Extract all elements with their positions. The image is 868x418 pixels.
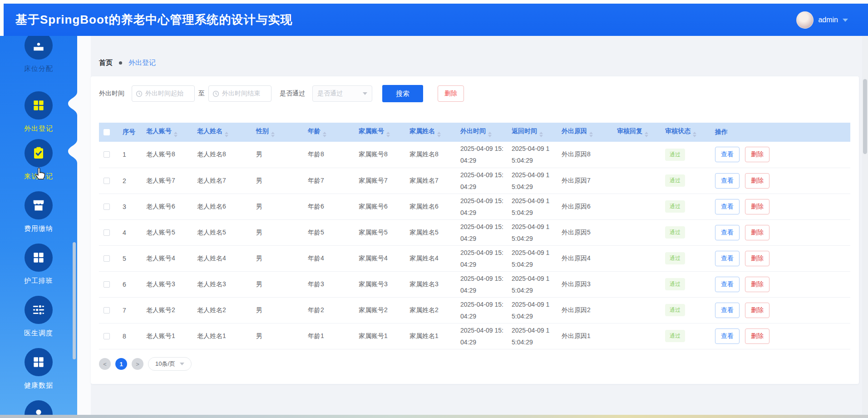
column-header-out-time[interactable]: 外出时间	[456, 123, 507, 142]
sort-icon[interactable]	[589, 132, 593, 137]
cell-family-name: 家属姓名6	[405, 194, 456, 219]
cell-family-account: 家属账号8	[354, 142, 405, 168]
cell-elder-account: 老人账号8	[142, 142, 192, 168]
cell-age: 年龄4	[303, 245, 354, 271]
cell-reply	[612, 142, 661, 168]
view-button[interactable]: 查看	[715, 147, 740, 162]
sidebar-item-health-data[interactable]: 健康数据	[0, 348, 77, 390]
delete-button[interactable]: 删除	[745, 303, 769, 318]
breadcrumb-home[interactable]: 首页	[99, 59, 113, 67]
page-size-select[interactable]: 10条/页	[148, 357, 192, 371]
avatar[interactable]	[796, 11, 814, 29]
to-label: 至	[198, 90, 205, 98]
cell-out-time: 2025-04-09 15:04:29	[456, 194, 507, 219]
clock-icon	[212, 90, 219, 97]
cell-gender: 男	[252, 271, 303, 297]
row-checkbox[interactable]	[104, 333, 110, 339]
pagination: < 1 > 10条/页	[99, 357, 192, 371]
delete-button[interactable]: 删除	[745, 251, 769, 266]
out-time-start-placeholder: 外出时间起始	[145, 90, 183, 98]
sort-icon[interactable]	[386, 132, 390, 137]
cell-index: 4	[118, 219, 142, 245]
select-all-checkbox[interactable]	[104, 129, 110, 135]
page-1-button[interactable]: 1	[115, 358, 127, 370]
status-badge: 通过	[665, 278, 685, 290]
sort-icon[interactable]	[693, 132, 696, 137]
cell-elder-account: 老人账号6	[142, 194, 192, 219]
sort-icon[interactable]	[225, 132, 228, 137]
user-menu[interactable]: admin	[796, 4, 848, 36]
delete-button[interactable]: 删除	[745, 173, 769, 189]
sort-icon[interactable]	[271, 132, 275, 137]
page-scrollbar-track[interactable]	[862, 36, 868, 418]
column-header-elder-account[interactable]: 老人账号	[142, 123, 192, 142]
sort-icon[interactable]	[437, 132, 441, 137]
sidebar-item-label: 护工排班	[0, 277, 77, 285]
sidebar-item-outing-registration[interactable]: 外出登记	[0, 91, 77, 133]
row-checkbox[interactable]	[104, 151, 110, 158]
sort-icon[interactable]	[174, 132, 178, 137]
mouse-cursor-icon	[35, 167, 46, 181]
sort-icon[interactable]	[539, 132, 543, 137]
column-header-gender[interactable]: 性别	[252, 123, 303, 142]
sort-icon[interactable]	[645, 132, 648, 137]
column-header-age[interactable]: 年龄	[303, 123, 354, 142]
breadcrumb-current[interactable]: 外出登记	[128, 59, 156, 67]
clipboard-check-icon	[31, 146, 46, 160]
cell-family-account: 家属账号2	[354, 297, 405, 323]
cell-family-account: 家属账号3	[354, 271, 405, 297]
prev-page-button[interactable]: <	[99, 358, 111, 370]
username-label: admin	[818, 16, 838, 24]
delete-button[interactable]: 删除	[745, 199, 769, 214]
column-header-reason[interactable]: 外出原因	[557, 123, 612, 142]
app-header: 基于SpringBoot的养老中心管理系统的设计与实现 admin	[4, 4, 868, 36]
chevron-down-icon	[363, 92, 367, 95]
row-checkbox[interactable]	[104, 178, 110, 184]
app-window: 基于SpringBoot的养老中心管理系统的设计与实现 admin 床位分配外出…	[0, 0, 868, 418]
view-button[interactable]: 查看	[715, 225, 740, 240]
column-header-family-name[interactable]: 家属姓名	[405, 123, 456, 142]
row-checkbox[interactable]	[104, 255, 110, 262]
sidebar-item-label: 健康数据	[0, 381, 77, 390]
sidebar-item-caregiver-scheduling[interactable]: 护工排班	[0, 244, 77, 285]
view-button[interactable]: 查看	[715, 328, 740, 344]
sidebar-scrollbar[interactable]	[73, 242, 76, 359]
column-header-status[interactable]: 审核状态	[661, 123, 710, 142]
view-button[interactable]: 查看	[715, 251, 740, 266]
window-left-edge	[0, 4, 4, 36]
sidebar-item-doctor-dispatch[interactable]: 医生调度	[0, 296, 77, 338]
sort-icon[interactable]	[488, 132, 492, 137]
chevron-down-icon	[180, 363, 184, 365]
out-time-end-input[interactable]: 外出时间结束	[208, 85, 271, 102]
delete-button[interactable]: 删除	[745, 328, 769, 344]
delete-button[interactable]: 删除	[745, 225, 769, 240]
column-header-elder-name[interactable]: 老人姓名	[192, 123, 252, 142]
cell-index: 7	[118, 297, 142, 323]
cell-family-account: 家属账号6	[354, 194, 405, 219]
column-header-family-account[interactable]: 家属账号	[354, 123, 405, 142]
row-checkbox[interactable]	[104, 307, 110, 314]
view-button[interactable]: 查看	[715, 199, 740, 214]
row-checkbox[interactable]	[104, 204, 110, 210]
cell-family-account: 家属账号1	[354, 323, 405, 349]
cell-index: 8	[118, 323, 142, 349]
search-button[interactable]: 搜索	[382, 85, 423, 102]
pass-select[interactable]: 是否通过	[312, 85, 372, 102]
next-page-button[interactable]: >	[132, 358, 143, 370]
page-scrollbar-thumb[interactable]	[863, 79, 867, 154]
row-checkbox[interactable]	[104, 281, 110, 288]
row-checkbox[interactable]	[104, 229, 110, 236]
sidebar-item-fee-payment[interactable]: 费用缴纳	[0, 191, 77, 233]
view-button[interactable]: 查看	[715, 173, 740, 189]
sort-icon[interactable]	[323, 132, 326, 137]
column-header-return-time[interactable]: 返回时间	[507, 123, 557, 142]
view-button[interactable]: 查看	[715, 277, 740, 292]
delete-button[interactable]: 删除	[745, 147, 769, 162]
column-header-reply[interactable]: 审核回复	[612, 123, 661, 142]
delete-button[interactable]: 删除	[745, 277, 769, 292]
batch-delete-button[interactable]: 删除	[438, 85, 464, 102]
table-row: 8老人账号1老人姓名1男年龄1家属账号1家属姓名12025-04-09 15:0…	[99, 323, 850, 349]
out-time-start-input[interactable]: 外出时间起始	[132, 85, 195, 102]
view-button[interactable]: 查看	[715, 303, 740, 318]
sidebar-item-bed-allocation[interactable]: 床位分配	[0, 36, 77, 73]
